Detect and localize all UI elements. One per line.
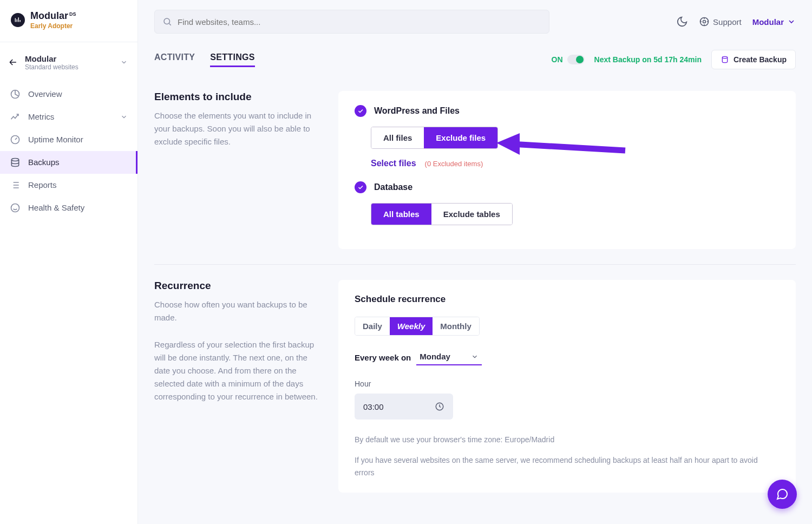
sidebar-item-reports[interactable]: Reports <box>0 174 137 196</box>
weekly-button[interactable]: Weekly <box>390 317 433 335</box>
elements-title: Elements to include <box>154 91 322 103</box>
recurrence-desc1: Choose how often you want backups to be … <box>154 298 322 324</box>
chevron-down-icon <box>471 353 479 361</box>
chevron-down-icon <box>787 17 796 26</box>
check-icon[interactable] <box>355 105 366 117</box>
backup-icon <box>721 55 729 64</box>
database-label: Database <box>374 182 412 192</box>
monthly-button[interactable]: Monthly <box>433 317 479 335</box>
topbar: Support Modular <box>138 0 812 40</box>
sidebar-item-uptime[interactable]: Uptime Monitor <box>0 128 137 151</box>
day-select[interactable]: Monday <box>416 350 482 365</box>
svg-point-7 <box>722 56 727 58</box>
every-week-label: Every week on <box>355 353 411 362</box>
theme-toggle-icon[interactable] <box>676 16 688 28</box>
all-files-button[interactable]: All files <box>371 127 424 148</box>
user-label: Modular <box>752 17 784 27</box>
pie-icon <box>10 89 21 100</box>
hour-input[interactable]: 03:00 <box>355 394 453 420</box>
create-backup-label: Create Backup <box>734 55 787 64</box>
search-icon <box>162 17 172 27</box>
server-note: If you have several websites on the same… <box>355 454 780 479</box>
sidebar-item-backups[interactable]: Backups <box>0 151 137 174</box>
excluded-count: (0 Excluded items) <box>425 160 483 168</box>
chevron-down-icon <box>120 58 128 66</box>
select-files-link[interactable]: Select files <box>371 159 416 168</box>
schedule-title: Schedule recurrence <box>355 294 780 305</box>
nav-label: Overview <box>28 89 62 99</box>
toggle-switch-icon <box>567 55 585 64</box>
exclude-tables-button[interactable]: Exclude tables <box>431 204 512 225</box>
brand-suffix: DS <box>69 12 76 17</box>
sidebar-item-metrics[interactable]: Metrics <box>0 106 137 128</box>
smile-icon <box>10 202 21 213</box>
exclude-files-button[interactable]: Exclude files <box>424 127 497 148</box>
subheader: ACTIVITY SETTINGS ON Next Backup on 5d 1… <box>138 40 812 75</box>
recurrence-desc2: Regardless of your selection the first b… <box>154 338 322 403</box>
user-menu[interactable]: Modular <box>752 17 796 27</box>
content: Elements to include Choose the elements … <box>138 75 812 514</box>
nav-label: Uptime Monitor <box>28 135 83 144</box>
support-icon <box>699 16 710 27</box>
wordpress-files-row: WordPress and Files <box>355 105 780 117</box>
sidebar-nav: Overview Metrics Uptime Monitor Backups … <box>0 83 137 219</box>
search-input[interactable] <box>178 17 541 27</box>
files-toggle-group: All files Exclude files <box>371 127 498 149</box>
section-elements: Elements to include Choose the elements … <box>154 91 796 249</box>
support-link[interactable]: Support <box>699 16 742 27</box>
nav-label: Backups <box>28 158 60 167</box>
divider <box>154 264 796 265</box>
next-backup-time: Next Backup on 5d 17h 24min <box>594 55 702 64</box>
nav-label: Health & Safety <box>28 203 84 212</box>
daily-button[interactable]: Daily <box>355 317 390 335</box>
svg-point-6 <box>703 21 706 23</box>
metrics-icon <box>10 112 21 122</box>
hour-label: Hour <box>355 379 780 388</box>
brand-tagline: Early Adopter <box>30 23 76 30</box>
section-recurrence: Recurrence Choose how often you want bac… <box>154 280 796 493</box>
list-icon <box>10 180 21 191</box>
recurrence-panel: Schedule recurrence Daily Weekly Monthly… <box>338 280 796 493</box>
frequency-group: Daily Weekly Monthly <box>355 317 480 336</box>
database-row: Database <box>355 181 780 193</box>
sidebar-item-health[interactable]: Health & Safety <box>0 196 137 219</box>
back-arrow-icon <box>8 57 18 68</box>
tabs: ACTIVITY SETTINGS <box>154 53 255 67</box>
nav-label: Reports <box>28 180 57 189</box>
site-selector[interactable]: Modular Standard websites <box>0 50 137 80</box>
hour-value: 03:00 <box>363 402 384 411</box>
sidebar-item-overview[interactable]: Overview <box>0 83 137 106</box>
wordpress-files-label: WordPress and Files <box>374 106 460 116</box>
check-icon[interactable] <box>355 181 366 193</box>
backup-status-toggle[interactable]: ON <box>552 55 585 64</box>
logo[interactable]: ModularDS Early Adopter <box>0 0 137 36</box>
main-content: Support Modular ACTIVITY SETTINGS ON Nex… <box>138 0 812 524</box>
timezone-note: By default we use your browser's time zo… <box>355 434 780 446</box>
svg-point-4 <box>164 18 170 24</box>
day-value: Monday <box>420 352 450 361</box>
sidebar: ModularDS Early Adopter Modular Standard… <box>0 0 138 524</box>
elements-desc: Choose the elements you want to include … <box>154 109 322 148</box>
recurrence-title: Recurrence <box>154 280 322 292</box>
all-tables-button[interactable]: All tables <box>371 204 431 225</box>
gauge-icon <box>10 134 21 145</box>
svg-point-2 <box>11 158 18 161</box>
elements-panel: WordPress and Files All files Exclude fi… <box>338 91 796 249</box>
tables-toggle-group: All tables Exclude tables <box>371 203 513 225</box>
chat-fab[interactable] <box>768 480 797 509</box>
database-icon <box>10 157 21 168</box>
divider <box>0 42 137 42</box>
svg-point-3 <box>11 204 19 212</box>
site-name: Modular <box>25 54 114 63</box>
chat-icon <box>776 488 789 501</box>
chevron-down-icon <box>120 113 128 121</box>
site-sub: Standard websites <box>25 63 114 71</box>
nav-label: Metrics <box>28 112 54 121</box>
create-backup-button[interactable]: Create Backup <box>711 50 796 69</box>
logo-icon <box>11 13 25 27</box>
tab-settings[interactable]: SETTINGS <box>210 53 254 67</box>
support-label: Support <box>713 17 742 27</box>
brand-name: Modular <box>30 11 68 22</box>
tab-activity[interactable]: ACTIVITY <box>154 53 195 67</box>
search-box[interactable] <box>154 10 549 34</box>
